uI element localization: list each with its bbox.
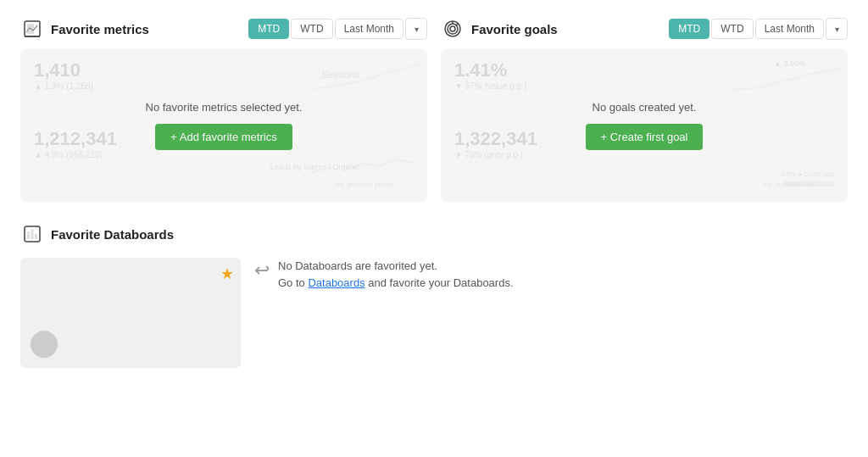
databoards-link[interactable]: Databoards	[308, 276, 364, 289]
create-first-goal-button[interactable]: + Create first goal	[586, 124, 704, 150]
goals-panel-title: Favorite goals	[471, 22, 662, 36]
arrow-icon: ↩	[254, 259, 270, 281]
databoard-empty-message: ↩ No Databoards are favorited yet. Go to…	[254, 258, 514, 291]
metrics-tab-wtd[interactable]: WTD	[291, 19, 332, 39]
goals-tab-mtd[interactable]: MTD	[669, 19, 709, 39]
databoard-text: No Databoards are favorited yet. Go to D…	[278, 258, 514, 291]
databoard-placeholder-card: ★	[20, 258, 241, 368]
goals-tab-group: MTD WTD Last Month ▾	[669, 18, 848, 40]
star-icon: ★	[220, 265, 234, 283]
metrics-card-content: No favorite metrics selected yet. + Add …	[146, 101, 303, 150]
svg-rect-10	[27, 231, 30, 239]
metrics-empty-message: No favorite metrics selected yet.	[146, 101, 303, 114]
metrics-panel-header: Favorite metrics MTD WTD Last Month ▾	[20, 17, 427, 41]
svg-line-8	[456, 24, 459, 26]
metrics-icon	[20, 17, 44, 41]
circle-placeholder	[31, 331, 58, 358]
databoard-text-suffix: and favorite your Databoards.	[365, 276, 514, 289]
databoards-area: ★ ↩ No Databoards are favorited yet. Go …	[20, 258, 848, 368]
metrics-card: 1,410 ▲ 1.9% (1,268) Sessions 1,212,341 …	[20, 49, 427, 202]
svg-rect-11	[31, 229, 34, 239]
add-favorite-metrics-button[interactable]: + Add favorite metrics	[155, 124, 292, 150]
goals-card: 1.41% ▼ 97% (value p.p.) ▲ 3.60% 1,322,3…	[441, 49, 848, 202]
metrics-tab-mtd[interactable]: MTD	[248, 19, 289, 39]
goals-card-content: No goals created yet. + Create first goa…	[586, 101, 704, 150]
svg-point-6	[450, 26, 455, 31]
metrics-tab-lastmonth[interactable]: Last Month	[335, 19, 403, 39]
metrics-panel-title: Favorite metrics	[51, 22, 242, 36]
goals-empty-message: No goals created yet.	[593, 101, 697, 114]
favorite-databoards-section: Favorite Databoards ★ ↩ No Databoards ar…	[20, 222, 848, 368]
favorite-metrics-panel: Favorite metrics MTD WTD Last Month ▾ 1,…	[20, 17, 427, 202]
metrics-tab-group: MTD WTD Last Month ▾	[248, 18, 427, 40]
goals-tab-lastmonth[interactable]: Last Month	[755, 19, 824, 39]
metrics-tab-dropdown[interactable]: ▾	[405, 18, 427, 40]
goals-tab-dropdown[interactable]: ▾	[826, 18, 848, 40]
svg-rect-12	[35, 234, 37, 239]
goals-panel-header: Favorite goals MTD WTD Last Month ▾	[441, 17, 848, 41]
databoards-section-header: Favorite Databoards	[20, 222, 848, 246]
databoards-icon	[20, 222, 44, 246]
favorite-goals-panel: Favorite goals MTD WTD Last Month ▾ 1.41…	[441, 17, 848, 202]
databoards-section-title: Favorite Databoards	[51, 227, 174, 242]
goals-tab-wtd[interactable]: WTD	[711, 19, 753, 39]
goals-icon	[441, 17, 465, 41]
